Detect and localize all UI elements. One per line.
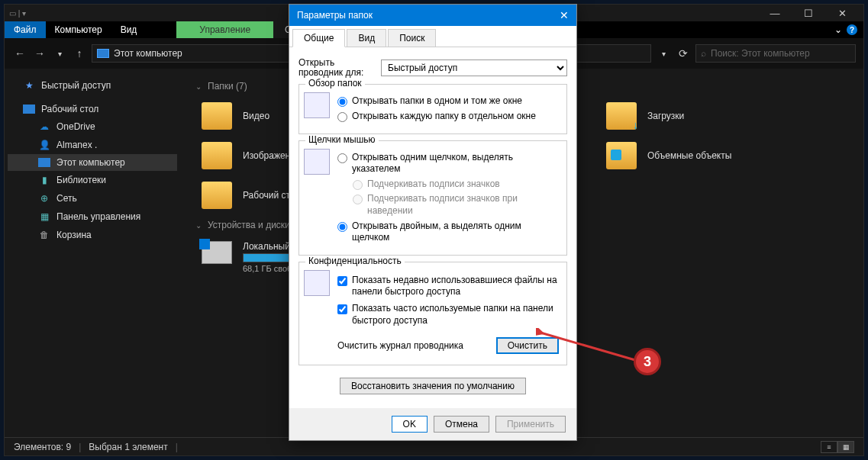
user-icon: 👤 (38, 139, 50, 151)
apply-button[interactable]: Применить (495, 416, 566, 433)
clock-icon (304, 270, 330, 296)
bin-icon: 🗑 (38, 229, 50, 241)
checkbox-recent-files[interactable]: Показать недавно использовавшиеся файлы … (337, 275, 559, 298)
help-icon[interactable]: ? (847, 24, 857, 35)
tab-view-dlg[interactable]: Вид (347, 29, 386, 47)
sidebar-this-pc[interactable]: Этот компьютер (8, 154, 177, 171)
restore-defaults-button[interactable]: Восстановить значения по умолчанию (340, 378, 526, 394)
pc-icon (38, 158, 50, 167)
sidebar-desktop[interactable]: Рабочий стол (8, 101, 177, 117)
dialog-close-button[interactable]: ✕ (538, 9, 569, 21)
open-for-label: Открыть проводник для: (298, 58, 375, 78)
address-dropdown[interactable]: ▾ (656, 46, 671, 61)
tab-file[interactable]: Файл (5, 21, 46, 38)
clear-history-label: Очистить журнал проводника (337, 340, 463, 351)
dialog-tabs: Общие Вид Поиск (289, 26, 576, 47)
folder-3d-objects[interactable]: Объемные объекты (600, 136, 791, 175)
drive-icon (202, 241, 232, 264)
network-icon: ⊕ (38, 192, 50, 204)
sidebar-control-panel[interactable]: ▦Панель управления (8, 207, 177, 226)
dialog-title: Параметры папок (297, 10, 373, 21)
sidebar-network[interactable]: ⊕Сеть (8, 189, 177, 207)
maximize-button[interactable]: ☐ (792, 5, 825, 21)
folder-icon (202, 102, 232, 130)
view-icons-button[interactable]: ▦ (837, 441, 854, 453)
libraries-icon: ▮ (38, 174, 50, 186)
refresh-button[interactable]: ⟳ (676, 46, 691, 61)
privacy-legend: Конфиденциальность (305, 256, 405, 266)
tab-view[interactable]: Вид (111, 21, 147, 38)
checkbox-frequent-folders[interactable]: Показать часто используемые папки на пан… (337, 303, 559, 327)
radio-double-click[interactable]: Открывать двойным, а выделять одним щелч… (337, 220, 559, 244)
recent-dropdown[interactable]: ▾ (52, 46, 67, 61)
search-placeholder: Поиск: Этот компьютер (711, 48, 810, 59)
folder-icon (606, 102, 637, 130)
desktop-icon (23, 105, 35, 114)
browse-icon (304, 92, 330, 118)
tab-search[interactable]: Поиск (388, 29, 436, 47)
sidebar-recycle-bin[interactable]: 🗑Корзина (8, 226, 177, 244)
chevron-down-icon: ⌄ (195, 221, 202, 230)
view-details-button[interactable]: ≡ (821, 441, 837, 453)
tab-computer[interactable]: Компьютер (46, 21, 111, 38)
search-input[interactable]: ⌕ Поиск: Этот компьютер (695, 44, 856, 63)
open-for-select[interactable]: Быстрый доступ (381, 60, 567, 76)
star-icon: ★ (23, 79, 35, 92)
click-group: Щелчки мышью Открывать одним щелчком, вы… (298, 140, 567, 256)
sidebar-quick-access[interactable]: ★Быстрый доступ (8, 76, 177, 95)
tab-general[interactable]: Общие (292, 29, 345, 47)
cancel-button[interactable]: Отмена (434, 416, 489, 433)
privacy-group: Конфиденциальность Показать недавно испо… (298, 262, 567, 365)
breadcrumb[interactable]: Этот компьютер (114, 48, 182, 59)
sidebar-libraries[interactable]: ▮Библиотеки (8, 171, 177, 189)
radio-same-window[interactable]: Открывать папки в одном и том же окне (337, 95, 559, 108)
back-button[interactable]: ← (12, 46, 27, 61)
folder-icon (202, 142, 232, 169)
radio-single-click[interactable]: Открывать одним щелчком, выделять указат… (337, 152, 559, 175)
folder-icon (606, 142, 637, 169)
dialog-titlebar[interactable]: Параметры папок ✕ (289, 5, 576, 26)
status-selected: Выбран 1 элемент (89, 442, 167, 452)
ribbon-expand-icon[interactable]: ⌄ (834, 24, 842, 35)
radio-underline-hover: Подчеркивать подписи значков при наведен… (337, 193, 559, 217)
chevron-down-icon: ⌄ (195, 82, 202, 91)
radio-new-window[interactable]: Открывать каждую папку в отдельном окне (337, 111, 559, 123)
browse-legend: Обзор папок (305, 78, 365, 88)
folder-icon (202, 182, 232, 209)
forward-button[interactable]: → (32, 46, 47, 61)
folder-downloads[interactable]: Загрузки (600, 96, 791, 136)
annotation-badge: 3 (634, 348, 661, 375)
pc-icon (97, 49, 109, 58)
browse-group: Обзор папок Открывать папки в одном и то… (298, 84, 567, 133)
tab-manage[interactable]: Управление (176, 21, 273, 38)
clear-button[interactable]: Очистить (496, 337, 559, 354)
close-button[interactable]: ✕ (825, 5, 859, 21)
up-button[interactable]: ↑ (72, 46, 87, 61)
sidebar: ★Быстрый доступ Рабочий стол ☁OneDrive 👤… (5, 69, 180, 437)
minimize-button[interactable]: — (758, 5, 792, 21)
search-icon: ⌕ (701, 48, 706, 59)
folder-options-dialog: Параметры папок ✕ Общие Вид Поиск Открыт… (289, 4, 577, 441)
control-icon: ▦ (38, 211, 50, 223)
cloud-icon: ☁ (38, 121, 50, 133)
cursor-icon (304, 149, 330, 175)
sys-icon: ▭ | ▾ (9, 9, 26, 18)
sidebar-onedrive[interactable]: ☁OneDrive (8, 117, 177, 136)
ok-button[interactable]: OK (392, 416, 428, 433)
sidebar-user[interactable]: 👤Almanex . (8, 136, 177, 154)
radio-underline: Подчеркивать подписи значков (337, 179, 559, 191)
status-items: Элементов: 9 (14, 442, 71, 452)
click-legend: Щелчки мышью (305, 134, 379, 145)
